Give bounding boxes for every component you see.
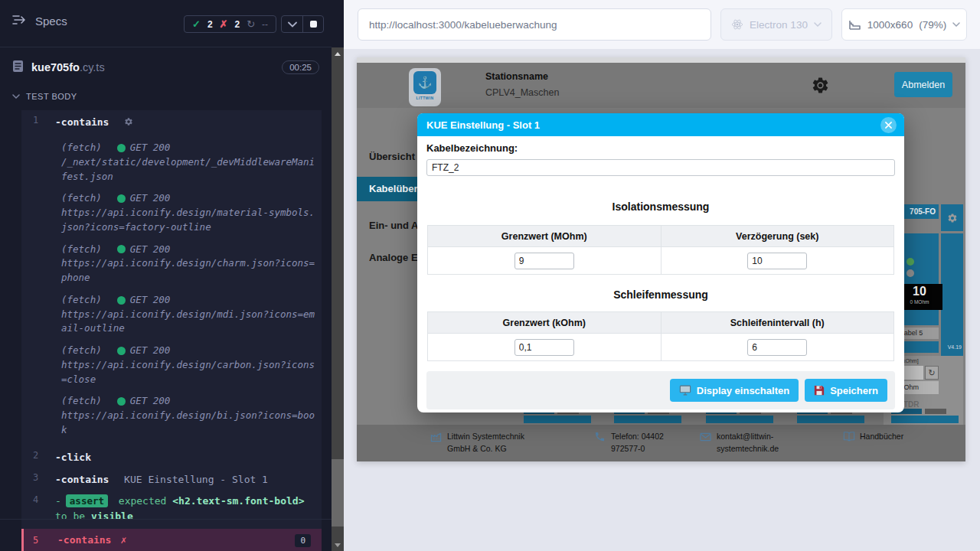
fetch-log[interactable]: (fetch)GET 200 https://api.iconify.desig… [61,344,315,386]
divider [0,519,332,520]
browser-selector[interactable]: Electron 130 [720,8,832,41]
fetch-log[interactable]: (fetch)GET 200 https://api.iconify.desig… [61,243,315,285]
email-icon [700,430,712,455]
modal-titlebar: KUE Einstellung - Slot 1 [417,113,904,136]
cable-name-input[interactable] [426,159,895,176]
command-row-click[interactable]: 2 -click [21,445,322,468]
loop-grenzwert-input[interactable] [514,339,574,356]
fetch-log[interactable]: (fetch)GET 200 /_next/static/development… [61,141,315,184]
viewport-size: 1000x660 [867,19,913,31]
pending-count: -- [262,19,268,30]
reporter-scrollbar[interactable] [332,47,344,551]
fetch-log[interactable]: (fetch)GET 200 https://api.iconify.desig… [61,293,315,336]
station-name: CPLV4_Maschen [485,87,559,98]
refresh-icon[interactable]: ↻ [925,366,939,380]
command-number: 1 [21,114,55,126]
collapse-button[interactable] [282,16,302,32]
loop-intervall-input[interactable] [747,339,807,356]
monitor-icon [679,385,691,396]
pending-icon: ↻ [247,18,255,30]
status-gray-dot [906,269,914,277]
slot-version: V4.19 [941,341,963,353]
fail-x-icon: ✗ [120,534,126,547]
close-icon [885,122,892,129]
loop-table: Grenzwert (kOhm) Schleifenintervall (h) [427,311,894,361]
slot-tab-tdr[interactable]: TDR [903,400,920,409]
phone-icon [594,430,606,455]
app-footer: Littwin Systemtechnik GmbH & Co. KG Tele… [357,425,965,461]
book-icon [843,430,855,445]
specs-toggle[interactable]: Specs [12,14,67,28]
page: Specs ✓ 2 ✗ 2 ↻ -- [0,0,980,551]
command-argument: KUE Einstellung - Slot 1 [124,474,268,485]
logout-button[interactable]: Abmelden [894,72,952,97]
logo-icon: ⚓ [413,71,436,94]
close-button[interactable] [880,117,897,133]
stop-button[interactable] [302,16,323,32]
fetch-log[interactable]: (fetch)GET 200 https://api.iconify.desig… [61,191,315,234]
passed-icon: ✓ [192,18,201,30]
slot-gear-button[interactable] [941,204,963,231]
loop-section-title: Schleifenmessung [426,289,895,302]
save-disk-icon [814,385,825,396]
fetch-url: https://api.iconify.design/bi.json?icons… [61,409,315,438]
command-name: -contains [55,116,109,128]
scroll-up-button[interactable] [332,47,344,60]
scroll-down-button[interactable] [332,539,344,551]
passed-count: 2 [207,19,213,30]
command-row-assert[interactable]: 4 -assert expected <h2.text-sm.font-bold… [21,490,322,530]
column-header: Verzögerung (sek) [661,226,894,247]
column-header: Grenzwert (kOhm) [428,312,662,334]
settings-gear-icon[interactable] [811,76,830,98]
column-header: Schleifenintervall (h) [661,312,894,334]
scroll-up-icon [335,52,341,56]
spec-duration-badge: 00:25 [282,60,319,74]
iso-verzoegerung-input[interactable] [747,253,807,269]
retry-count-badge: 0 [295,534,311,547]
stop-icon [310,21,317,28]
chevron-down-icon [952,22,960,28]
command-name: -click [55,452,91,463]
scrollbar-thumb[interactable] [332,459,344,527]
display-on-button[interactable]: Display einschalten [670,379,799,402]
fetch-url: https://api.iconify.design/charm.json?ic… [61,256,315,285]
specs-label: Specs [35,15,67,28]
test-stats: ✓ 2 ✗ 2 ↻ -- [184,15,276,33]
footer-company: Littwin Systemtechnik GmbH & Co. KG [430,430,553,455]
fetch-log[interactable]: (fetch)GET 200 https://api.iconify.desig… [61,394,315,437]
command-row-contains-1[interactable]: 1 -contains [21,110,322,133]
chevron-down-icon [814,22,822,28]
littwin-logo: ⚓ LITTWIN [409,68,441,106]
iso-grenzwert-input[interactable] [514,253,574,269]
ruler-icon [848,19,861,31]
failed-count: 2 [235,19,240,30]
column-header: Grenzwert (MOhm) [428,226,662,247]
command-name: -contains [57,534,111,547]
status-green-dot [906,258,914,266]
spec-extension: .cy.ts [80,61,105,73]
test-body-label: TEST BODY [26,92,77,101]
app-header: ⚓ LITTWIN Stationsname CPLV4_Maschen Abm… [357,63,965,108]
isolation-table: Grenzwert (MOhm) Verzögerung (sek) [427,225,894,275]
viewport-zoom: (79%) [919,19,946,31]
status-ok-icon [117,144,126,152]
save-button[interactable]: Speichern [805,379,887,402]
status-ok-icon [117,194,126,203]
reporter-header: Specs ✓ 2 ✗ 2 ↻ -- [0,0,332,47]
factory-icon [430,430,443,455]
status-ok-icon [117,347,126,355]
gear-icon [124,115,133,129]
viewport-selector[interactable]: 1000x660 (79%) [841,8,967,41]
footer-phone: Telefon: 04402 972577-0 [594,430,682,455]
url-input[interactable] [358,8,711,41]
fetch-url: /_next/static/development/_devMiddleware… [61,155,315,184]
command-row-contains-3[interactable]: 3 -contains KUE Einstellung - Slot 1 [21,468,322,490]
test-body-toggle[interactable]: TEST BODY [12,92,77,101]
aut-stage: ⚓ LITTWIN Stationsname CPLV4_Maschen Abm… [344,49,980,551]
reporter-controls [281,15,324,33]
footer-manuals[interactable]: Handbücher [843,430,903,445]
spec-file-row[interactable]: kue705fo.cy.ts 00:25 [0,48,332,86]
station-label: Stationsname [485,71,548,82]
command-row-contains-failed[interactable]: 5 -contains ✗ 0 [21,529,322,551]
spec-name: kue705fo [31,61,80,73]
